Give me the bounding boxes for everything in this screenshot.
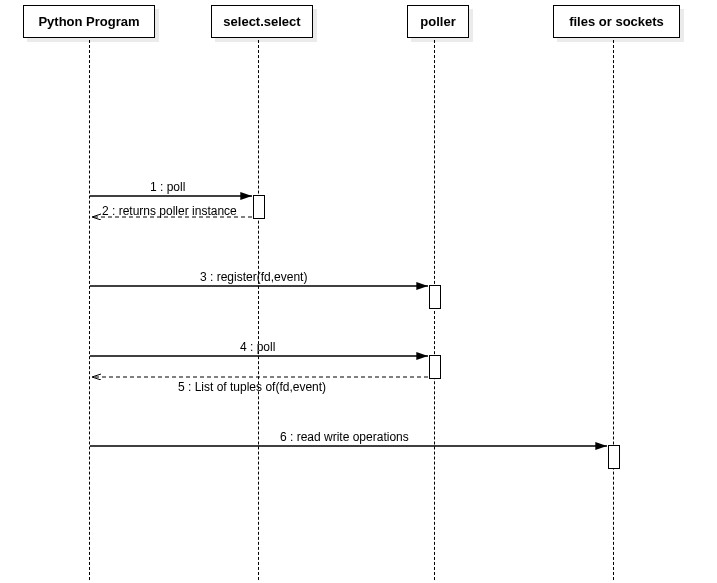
participant-poller: poller xyxy=(407,5,469,38)
msg-5-label: 5 : List of tuples of(fd,event) xyxy=(178,380,326,394)
msg-3-label: 3 : register(fd,event) xyxy=(200,270,307,284)
msg-1-label: 1 : poll xyxy=(150,180,185,194)
activation-poller-4 xyxy=(429,355,441,379)
lifeline-python-program xyxy=(89,40,90,580)
activation-poller-3 xyxy=(429,285,441,309)
lifeline-files-or-sockets xyxy=(613,40,614,580)
participant-python-program: Python Program xyxy=(23,5,155,38)
participant-select-select: select.select xyxy=(211,5,313,38)
lifeline-select-select xyxy=(258,40,259,580)
participant-files-or-sockets: files or sockets xyxy=(553,5,680,38)
lifeline-poller xyxy=(434,40,435,580)
msg-6-label: 6 : read write operations xyxy=(280,430,409,444)
activation-select-1 xyxy=(253,195,265,219)
msg-4-label: 4 : poll xyxy=(240,340,275,354)
activation-files-6 xyxy=(608,445,620,469)
msg-2-label: 2 : returns poller instance xyxy=(102,204,237,218)
arrows-layer xyxy=(0,0,717,583)
